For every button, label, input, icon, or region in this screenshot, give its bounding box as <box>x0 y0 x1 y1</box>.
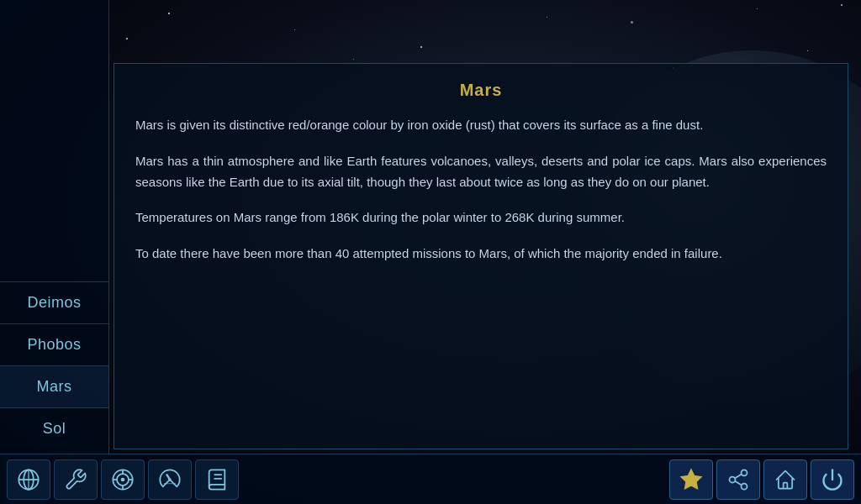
wrench-icon <box>64 468 87 491</box>
paragraph-2: Mars has a thin atmosphere and like Eart… <box>135 151 827 193</box>
star-icon <box>679 468 703 491</box>
svg-point-6 <box>121 477 125 481</box>
share-button[interactable] <box>716 459 760 500</box>
share-icon <box>726 468 750 491</box>
svg-marker-14 <box>681 470 700 488</box>
svg-line-19 <box>735 474 742 478</box>
svg-point-17 <box>742 483 747 489</box>
svg-point-11 <box>168 478 172 481</box>
sidebar-item-phobos[interactable]: Phobos <box>0 323 108 365</box>
toolbar-right <box>663 459 861 500</box>
paragraph-3: Temperatures on Mars range from 186K dur… <box>135 207 827 228</box>
sidebar-item-deimos[interactable]: Deimos <box>0 281 108 323</box>
gauge-icon <box>158 468 182 491</box>
content-panel: Mars Mars is given its distinctive red/o… <box>114 63 848 449</box>
tools-button[interactable] <box>763 459 807 500</box>
globe-button[interactable] <box>7 459 50 500</box>
panel-title: Mars <box>135 81 827 100</box>
power-icon <box>821 468 844 491</box>
paragraph-1: Mars is given its distinctive red/orange… <box>135 115 827 136</box>
power-button[interactable] <box>811 459 854 500</box>
sidebar-item-mars[interactable]: Mars <box>0 365 108 407</box>
globe-icon <box>17 468 40 491</box>
star-button[interactable] <box>669 459 713 500</box>
target-button[interactable] <box>101 459 145 500</box>
svg-point-15 <box>742 470 747 475</box>
svg-point-16 <box>730 476 736 482</box>
tools-icon <box>774 468 797 491</box>
target-icon <box>111 468 135 491</box>
book-button[interactable] <box>195 459 239 500</box>
book-icon <box>205 468 229 491</box>
toolbar-left <box>0 459 663 500</box>
toolbar <box>0 454 861 504</box>
wrench-button[interactable] <box>54 459 98 500</box>
gauge-button[interactable] <box>148 459 192 500</box>
sidebar-item-sol[interactable]: Sol <box>0 407 108 449</box>
paragraph-4: To date there have been more than 40 att… <box>135 244 827 265</box>
sidebar: Deimos Phobos Mars Sol <box>0 0 109 504</box>
svg-line-18 <box>735 480 742 485</box>
